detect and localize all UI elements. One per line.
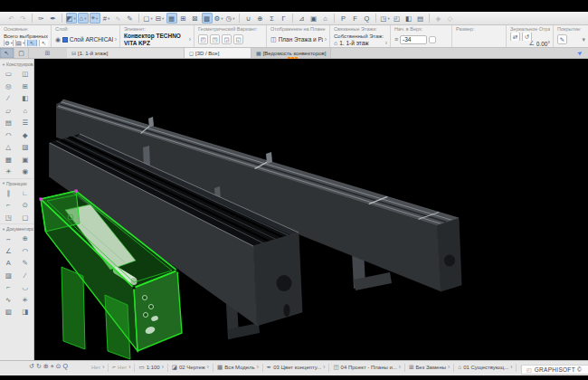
element-chevron-icon[interactable]: › xyxy=(189,36,191,43)
tab-overview-button[interactable]: ⊞ xyxy=(41,48,54,58)
shell-tool[interactable]: ◠ xyxy=(0,129,17,142)
figure-tool[interactable]: ▧ xyxy=(0,306,17,318)
inject-parameters-icon[interactable]: ✒ xyxy=(48,13,59,24)
slab-tool[interactable]: ▱ xyxy=(0,105,17,118)
angle-measure-icon[interactable]: Γ xyxy=(279,13,289,24)
morph-tool[interactable]: ◆ xyxy=(17,129,34,142)
recent-views-icon[interactable]: ◷▾ xyxy=(225,13,236,24)
clone-view-icon[interactable]: ◰ xyxy=(392,13,403,24)
magnet-icon[interactable]: ∪ xyxy=(243,13,254,24)
height-measure-icon[interactable]: Σ xyxy=(267,13,278,24)
review-icon[interactable]: ◇ xyxy=(445,13,456,24)
capture-icon[interactable]: ◧ xyxy=(403,13,414,24)
door-tool[interactable]: ◫ xyxy=(17,68,34,81)
layer-visibility-eye-icon[interactable]: ◉ xyxy=(55,36,61,43)
notify-icon[interactable]: ◈ xyxy=(433,13,444,24)
home-story-icon[interactable]: ⌂ xyxy=(320,13,331,24)
redo-icon[interactable]: ↷ xyxy=(18,13,29,24)
hotspot-tool[interactable]: ✳ xyxy=(17,294,34,307)
angle-dimension-tool[interactable]: ∠ xyxy=(0,245,17,258)
section-tool[interactable]: ∥ xyxy=(0,187,17,200)
quick-option-graphic-override[interactable]: ◫04 Проект - Планы и...› xyxy=(329,364,404,371)
grid-display-icon[interactable]: ▩ xyxy=(202,13,213,24)
interior-elevation-tool[interactable]: ⌐ xyxy=(0,199,17,212)
zoom-tool-icon[interactable]: ⊕ xyxy=(255,13,266,24)
gravity-icon[interactable]: ⌂▾ xyxy=(78,13,89,24)
arrow-extra-button[interactable]: ↖ xyxy=(39,40,48,46)
fill-tool[interactable]: ▨ xyxy=(0,270,17,282)
line-tool[interactable]: ∕ xyxy=(17,270,34,282)
label-tool[interactable]: ✎ xyxy=(17,257,34,270)
beam-tool[interactable]: ∕ xyxy=(0,92,17,105)
toolbox-section-header-2[interactable]: ▼Проекции xyxy=(0,178,33,187)
layer-chevron-icon[interactable]: › xyxy=(115,36,117,43)
marquee-tool-button[interactable]: ▢ xyxy=(14,48,29,58)
look-to-icon[interactable]: ⌖ xyxy=(51,363,54,370)
window-tool[interactable]: ⊞ xyxy=(17,81,34,93)
surface-paint-button[interactable]: ✎ xyxy=(557,34,567,44)
elevation-tool[interactable]: ∟ xyxy=(17,187,34,200)
object-tool[interactable]: ▣ xyxy=(17,154,34,166)
element-settings-button[interactable]: ⚙▾ xyxy=(4,40,14,46)
rotation-angle-value[interactable]: 0,00° xyxy=(536,41,550,46)
camera-tool[interactable]: ▢ xyxy=(17,212,34,224)
publisher-icon[interactable]: P xyxy=(338,13,349,24)
toolbox-section-header-1[interactable]: ▼Конструирование xyxy=(0,59,33,68)
geometry-variant-button-1[interactable]: ◰ xyxy=(198,34,208,44)
offset-extra-button[interactable] xyxy=(429,36,436,43)
schedule-window-icon[interactable]: ⊞ xyxy=(178,13,189,24)
3d-document-tool[interactable]: ◳ xyxy=(0,212,17,224)
quick-option-pen-set[interactable]: ✒03 Цвет концепту...› xyxy=(263,364,329,371)
explore-icon[interactable]: ↻ xyxy=(36,363,42,370)
favorites-icon[interactable]: F xyxy=(350,13,361,24)
element-name[interactable]: Конвектор TECHNO VITA KPZ xyxy=(124,33,187,46)
mirror-toggle-button[interactable]: ⇄ xyxy=(510,33,520,41)
quick-option-none-2[interactable]: ⌐Нет› xyxy=(109,364,134,370)
worksheet-tool[interactable]: ⊙ xyxy=(17,199,34,212)
surface-dropdown-icon[interactable]: ▾ xyxy=(582,36,585,43)
polyline-tool[interactable]: ⌐ xyxy=(0,281,17,294)
magnify-icon[interactable]: Q xyxy=(62,363,67,370)
toolbox-section-header-3[interactable]: ▼Документирование xyxy=(0,223,33,233)
viewport-3d[interactable] xyxy=(34,59,588,360)
geometry-variant-button-3[interactable]: ◲ xyxy=(222,34,232,44)
radial-dimension-tool[interactable]: ◠ xyxy=(17,245,34,258)
snap-grid-icon[interactable]: #▾ xyxy=(101,13,112,24)
geometry-variant-button-4[interactable]: ◱ xyxy=(233,34,243,44)
lamp-tool[interactable]: ☀ xyxy=(0,166,17,178)
fit-in-window-icon[interactable]: ▣ xyxy=(308,13,319,24)
spline-tool[interactable]: ∿ xyxy=(0,294,17,307)
drawing-tool[interactable]: ◨ xyxy=(17,306,34,318)
orbit-icon[interactable]: ↺ xyxy=(29,363,34,370)
walk-icon[interactable]: ⊙ xyxy=(56,363,62,370)
layer-name[interactable]: Слой ARCHICAD xyxy=(70,36,113,43)
zone-tool[interactable]: ▨ xyxy=(17,141,34,154)
story-value[interactable]: 1. 1-й этаж xyxy=(339,40,368,46)
mesh-tool[interactable]: △ xyxy=(0,141,17,154)
arrow-tool-state-button[interactable]: ↖ xyxy=(27,40,37,46)
quick-option-none-1[interactable]: Нет› xyxy=(88,364,108,370)
skylight-tool[interactable]: ◧ xyxy=(17,92,34,105)
railing-tool[interactable]: ☰ xyxy=(17,117,34,129)
offset-input[interactable]: -34 xyxy=(400,35,427,44)
quick-option-model-view[interactable]: ◪02 Чертеж› xyxy=(168,364,213,371)
rotate-toggle-button[interactable]: ↺ xyxy=(522,33,532,41)
display-mode-value[interactable]: План Этажа и Разрез... xyxy=(279,36,323,43)
geometry-variant-button-2[interactable]: ◳ xyxy=(210,34,220,44)
curtain-wall-tool[interactable]: ▦ xyxy=(0,154,17,166)
new-view-icon[interactable]: ◳▾ xyxy=(380,13,391,24)
display-chevron-icon[interactable]: › xyxy=(325,36,327,43)
snap-guide-pen-icon[interactable]: ✎ xyxy=(125,13,136,24)
dimension-tool[interactable]: ↔ xyxy=(0,233,17,245)
trace-reference-icon[interactable]: ▦ xyxy=(166,13,177,24)
pan-pointer-icon[interactable]: ➤ xyxy=(575,49,583,58)
cut-3d-icon[interactable]: ⊠ xyxy=(190,13,201,24)
roof-tool[interactable]: ⌂ xyxy=(17,105,34,118)
pick-up-parameters-icon[interactable]: ✑ xyxy=(36,13,47,24)
level-dimension-tool[interactable]: ⊕ xyxy=(17,233,34,245)
column-tool[interactable]: ◎ xyxy=(0,81,17,93)
wall-tool[interactable]: ▭ xyxy=(0,68,17,81)
tab-floor-plan[interactable]: ⊟[1. 1-й этаж] xyxy=(67,48,185,58)
zoom-icon[interactable]: ⊕ xyxy=(43,363,49,370)
arc-tool[interactable]: ◡ xyxy=(17,281,34,294)
